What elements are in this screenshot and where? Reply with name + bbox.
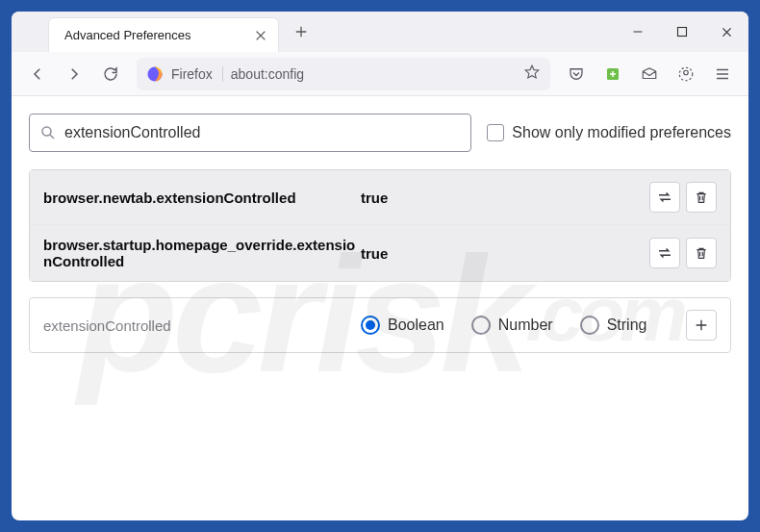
svg-point-3 xyxy=(679,67,693,81)
menu-button[interactable] xyxy=(706,58,739,90)
checkbox-box xyxy=(487,124,504,141)
page-content: Show only modified preferences browser.n… xyxy=(12,96,748,520)
radio-circle xyxy=(361,316,380,335)
plus-icon xyxy=(694,317,709,333)
trash-icon xyxy=(694,245,709,261)
pref-search-box[interactable] xyxy=(29,114,471,152)
close-window-button[interactable] xyxy=(704,12,748,52)
firefox-logo-icon xyxy=(146,65,164,83)
show-modified-checkbox[interactable]: Show only modified preferences xyxy=(487,124,731,141)
reload-button[interactable] xyxy=(94,58,127,90)
radio-label: String xyxy=(607,317,647,334)
trash-icon xyxy=(694,190,709,205)
new-preference-row: extensionControlled Boolean Number Strin… xyxy=(29,297,731,353)
nav-toolbar: Firefox about:config xyxy=(12,52,748,96)
radio-label: Boolean xyxy=(388,317,444,334)
checkbox-label: Show only modified preferences xyxy=(512,124,731,141)
svg-point-4 xyxy=(684,70,689,75)
maximize-button[interactable] xyxy=(660,12,704,52)
preference-row[interactable]: browser.newtab.extensionControlled true xyxy=(30,170,730,225)
close-tab-icon[interactable] xyxy=(253,28,268,43)
search-input[interactable] xyxy=(64,124,461,141)
radio-string[interactable]: String xyxy=(580,316,647,335)
type-radio-group: Boolean Number String xyxy=(361,316,686,335)
url-text: about:config xyxy=(231,66,516,82)
pref-value: true xyxy=(361,190,649,206)
extension-icon[interactable] xyxy=(596,58,629,90)
browser-tab[interactable]: Advanced Preferences xyxy=(48,17,279,52)
titlebar: Advanced Preferences xyxy=(12,12,748,52)
window-controls xyxy=(616,12,748,52)
delete-button[interactable] xyxy=(686,182,717,213)
add-button[interactable] xyxy=(686,310,717,341)
identity-label: Firefox xyxy=(171,66,223,82)
pref-name: browser.newtab.extensionControlled xyxy=(43,190,361,206)
new-tab-button[interactable] xyxy=(287,17,316,46)
svg-rect-0 xyxy=(678,28,687,37)
inbox-icon[interactable] xyxy=(633,58,666,90)
pref-name: browser.startup.homepage_override.extens… xyxy=(43,237,361,269)
minimize-button[interactable] xyxy=(616,12,660,52)
swap-icon xyxy=(656,244,673,262)
bookmark-star-icon[interactable] xyxy=(523,63,541,84)
tab-title: Advanced Preferences xyxy=(64,28,253,42)
toggle-button[interactable] xyxy=(649,182,680,213)
pocket-icon[interactable] xyxy=(560,58,593,90)
address-bar[interactable]: Firefox about:config xyxy=(137,58,550,90)
preference-row[interactable]: browser.startup.homepage_override.extens… xyxy=(30,225,730,281)
radio-circle xyxy=(580,316,599,335)
radio-circle xyxy=(471,316,491,335)
preference-list: browser.newtab.extensionControlled true … xyxy=(29,169,731,282)
forward-button[interactable] xyxy=(58,58,90,90)
radio-label: Number xyxy=(498,317,553,334)
delete-button[interactable] xyxy=(686,238,717,268)
radio-boolean[interactable]: Boolean xyxy=(361,316,444,335)
toggle-button[interactable] xyxy=(649,238,680,268)
swap-icon xyxy=(656,189,673,206)
back-button[interactable] xyxy=(21,58,54,90)
pref-value: true xyxy=(361,245,649,262)
account-icon[interactable] xyxy=(670,58,702,90)
new-pref-name: extensionControlled xyxy=(43,317,361,334)
search-icon xyxy=(39,124,57,141)
radio-number[interactable]: Number xyxy=(471,316,553,335)
svg-point-5 xyxy=(42,127,51,136)
